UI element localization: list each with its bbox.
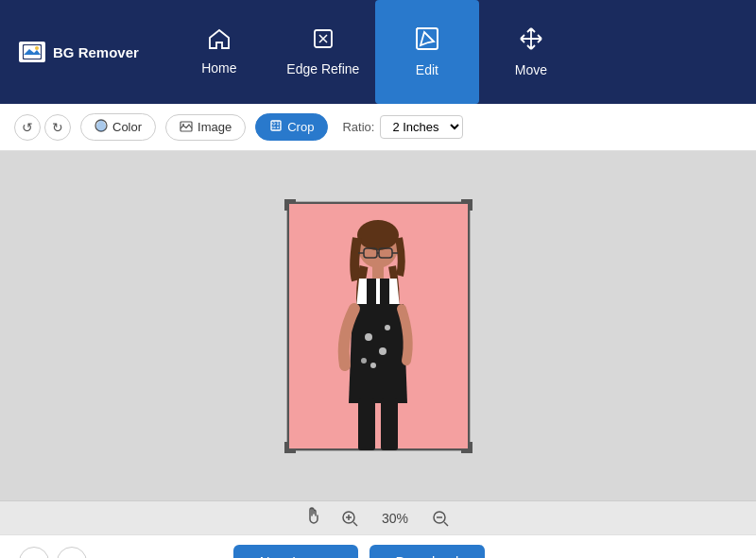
svg-rect-27 [381, 398, 398, 450]
undo-button[interactable]: ↺ [14, 114, 41, 141]
footer-wrapper: ‹ › New Image Download [0, 535, 756, 558]
next-button[interactable]: › [57, 547, 87, 559]
nav-move[interactable]: Move [479, 0, 583, 104]
toolbar: ↺ ↻ Color Image [0, 104, 756, 151]
home-icon [208, 28, 231, 53]
zoom-level: 30% [376, 511, 414, 526]
download-button[interactable]: Download [369, 545, 486, 558]
color-button[interactable]: Color [80, 113, 156, 141]
color-icon [94, 119, 108, 135]
svg-rect-20 [380, 279, 389, 307]
image-background [286, 201, 471, 451]
nav-home-label: Home [201, 60, 236, 76]
svg-point-21 [365, 333, 372, 341]
image-label: Image [198, 120, 232, 134]
nav-edge-refine[interactable]: Edge Refine [271, 0, 375, 104]
footer-nav: ‹ › [19, 547, 87, 559]
navbar: BG Remover Home Edge Refine Edit [0, 0, 756, 104]
crop-handle-bl[interactable] [284, 440, 298, 453]
image-button[interactable]: Image [165, 114, 246, 141]
svg-rect-19 [367, 279, 376, 307]
person-image [317, 214, 439, 450]
crop-handle-tr[interactable] [459, 199, 472, 212]
nav-move-label: Move [515, 62, 547, 77]
app-title: BG Remover [53, 44, 139, 60]
image-icon [180, 120, 193, 135]
crop-label: Crop [287, 120, 314, 134]
nav-edit[interactable]: Edit [375, 0, 479, 104]
svg-point-17 [357, 220, 399, 250]
nav-home[interactable]: Home [167, 0, 271, 104]
logo-icon [19, 42, 45, 62]
image-container[interactable] [286, 201, 471, 451]
edge-refine-icon [312, 27, 335, 54]
move-icon [519, 26, 543, 55]
ratio-selector: Ratio: 2 Inches 1 Inch 3 Inches Custom [342, 115, 463, 139]
status-bar: 30% [0, 500, 756, 534]
hand-icon [304, 506, 323, 530]
footer: ‹ › New Image Download [0, 534, 756, 558]
svg-point-22 [379, 347, 387, 355]
crop-icon [269, 119, 283, 135]
crop-handle-br[interactable] [459, 440, 472, 453]
svg-rect-26 [358, 398, 375, 450]
svg-point-24 [385, 325, 390, 330]
prev-button[interactable]: ‹ [19, 547, 49, 559]
svg-point-25 [361, 358, 367, 364]
edit-icon [415, 26, 439, 55]
svg-point-23 [370, 363, 376, 368]
svg-line-39 [444, 522, 448, 526]
logo-area: BG Remover [19, 42, 139, 62]
undo-redo-group: ↺ ↻ [14, 114, 71, 141]
redo-button[interactable]: ↻ [44, 114, 71, 141]
svg-point-10 [182, 124, 184, 126]
crop-handle-tl[interactable] [284, 199, 298, 212]
nav-edge-refine-label: Edge Refine [286, 61, 359, 76]
color-label: Color [112, 120, 142, 134]
nav-edit-label: Edit [416, 62, 438, 77]
canvas-area [0, 151, 756, 500]
footer-actions: New Image Download [233, 545, 486, 558]
crop-button[interactable]: Crop [255, 113, 328, 141]
svg-line-36 [353, 522, 357, 526]
ratio-label: Ratio: [342, 120, 374, 134]
zoom-out-button[interactable] [429, 507, 452, 530]
svg-rect-11 [271, 121, 281, 130]
svg-point-3 [35, 46, 39, 50]
zoom-in-button[interactable] [338, 507, 361, 530]
ratio-select[interactable]: 2 Inches 1 Inch 3 Inches Custom [380, 115, 463, 139]
svg-rect-18 [372, 265, 384, 279]
new-image-button[interactable]: New Image [233, 545, 358, 558]
